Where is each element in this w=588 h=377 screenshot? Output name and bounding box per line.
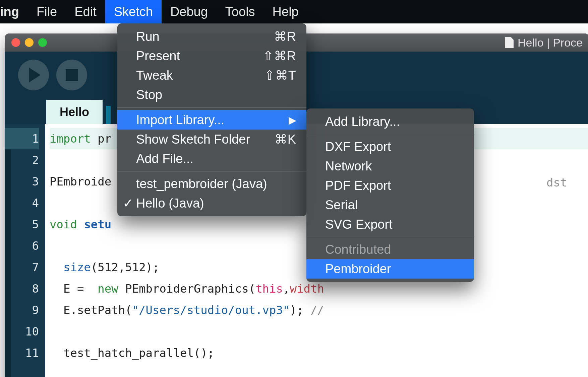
menu-debug[interactable]: Debug xyxy=(162,0,217,23)
close-icon[interactable] xyxy=(11,38,20,47)
menu-tools[interactable]: Tools xyxy=(217,0,264,23)
menu-shortcut: ⌘K xyxy=(275,132,296,147)
run-button[interactable] xyxy=(18,60,49,90)
menu-item-label: Add Library... xyxy=(325,115,400,129)
code-line[interactable]: E.setPath("/Users/studio/out.vp3"); // xyxy=(50,299,588,321)
tab-overflow-indicator[interactable] xyxy=(106,106,111,124)
menu-item-label: test_pembroider (Java) xyxy=(136,177,267,191)
menu-item-label: Present xyxy=(136,49,180,63)
menu-separator xyxy=(117,171,306,171)
menu-help[interactable]: Help xyxy=(264,0,307,23)
sketch-menu-dropdown: Run⌘RPresent⇧⌘RTweak⇧⌘TStopImport Librar… xyxy=(117,23,306,216)
zoom-icon[interactable] xyxy=(38,38,47,47)
stop-button[interactable] xyxy=(56,60,87,90)
play-icon xyxy=(29,68,41,82)
menu-separator xyxy=(306,237,474,237)
menu-edit[interactable]: Edit xyxy=(66,0,105,23)
sketch-menu-item-run[interactable]: Run⌘R xyxy=(117,27,306,46)
check-icon: ✓ xyxy=(123,196,133,211)
chevron-right-icon: ▶ xyxy=(289,114,296,126)
menu-item-label: Import Library... xyxy=(136,113,224,127)
line-number-gutter: 1234567891011 xyxy=(5,124,45,377)
truncated-comment-text: dst xyxy=(546,176,567,189)
menu-item-label: SVG Export xyxy=(325,217,393,232)
import-submenu-item-pdf-export[interactable]: PDF Export xyxy=(306,176,474,195)
menu-item-label: Show Sketch Folder xyxy=(136,132,250,147)
stop-icon xyxy=(66,69,78,81)
menu-item-label: Hello (Java) xyxy=(136,196,204,211)
sketch-menu-item-stop[interactable]: Stop xyxy=(117,85,306,104)
menu-item-label: Run xyxy=(136,29,160,44)
sketch-menu-item-hello-java[interactable]: ✓Hello (Java) xyxy=(117,194,306,213)
minimize-icon[interactable] xyxy=(25,38,34,47)
code-line[interactable]: test_hatch_parallel(); xyxy=(50,342,588,364)
system-menubar: ing File Edit Sketch Debug Tools Help xyxy=(0,0,588,23)
import-submenu-item-serial[interactable]: Serial xyxy=(306,195,474,215)
menu-item-label: Add File... xyxy=(136,152,193,166)
menu-item-label: Contributed xyxy=(325,242,391,257)
menu-shortcut: ⌘R xyxy=(274,29,296,44)
line-number: 1 xyxy=(5,128,39,149)
import-submenu-item-network[interactable]: Network xyxy=(306,156,474,176)
menu-app-name[interactable]: ing xyxy=(0,0,28,23)
import-submenu-item-pembroider[interactable]: Pembroider xyxy=(306,259,474,279)
menu-item-label: Pembroider xyxy=(325,262,391,276)
menu-item-label: DXF Export xyxy=(325,140,391,154)
editor-left-edge xyxy=(5,149,11,377)
menu-item-label: Network xyxy=(325,159,372,173)
code-line[interactable] xyxy=(50,321,588,342)
import-submenu-item-contributed: Contributed xyxy=(306,240,474,259)
menu-item-label: Stop xyxy=(136,88,162,102)
menu-shortcut: ⇧⌘R xyxy=(263,49,296,63)
sketch-menu-item-tweak[interactable]: Tweak⇧⌘T xyxy=(117,66,306,85)
tab-hello[interactable]: Hello xyxy=(46,100,103,124)
traffic-lights xyxy=(11,38,47,47)
import-library-submenu: Add Library...DXF ExportNetworkPDF Expor… xyxy=(306,108,474,282)
sketch-menu-item-test-pembroider-java[interactable]: test_pembroider (Java) xyxy=(117,174,306,194)
window-title: Hello | Proce xyxy=(505,36,583,49)
window-title-text: Hello | Proce xyxy=(518,36,583,49)
menu-item-label: Tweak xyxy=(136,68,173,83)
sketch-menu-item-present[interactable]: Present⇧⌘R xyxy=(117,46,306,66)
menu-separator xyxy=(306,134,474,134)
sketch-menu-item-import-library[interactable]: Import Library...▶ xyxy=(117,110,306,130)
menu-item-label: PDF Export xyxy=(325,178,391,193)
import-submenu-item-add-library[interactable]: Add Library... xyxy=(306,112,474,131)
sketch-menu-item-show-sketch-folder[interactable]: Show Sketch Folder⌘K xyxy=(117,130,306,149)
menu-sketch[interactable]: Sketch xyxy=(105,0,162,23)
menu-separator xyxy=(117,107,306,107)
document-icon xyxy=(505,37,514,48)
import-submenu-item-svg-export[interactable]: SVG Export xyxy=(306,215,474,234)
menu-file[interactable]: File xyxy=(28,0,66,23)
import-submenu-item-dxf-export[interactable]: DXF Export xyxy=(306,137,474,156)
sketch-menu-item-add-file[interactable]: Add File... xyxy=(117,149,306,168)
menu-shortcut: ⇧⌘T xyxy=(264,68,296,83)
menu-item-label: Serial xyxy=(325,198,358,212)
